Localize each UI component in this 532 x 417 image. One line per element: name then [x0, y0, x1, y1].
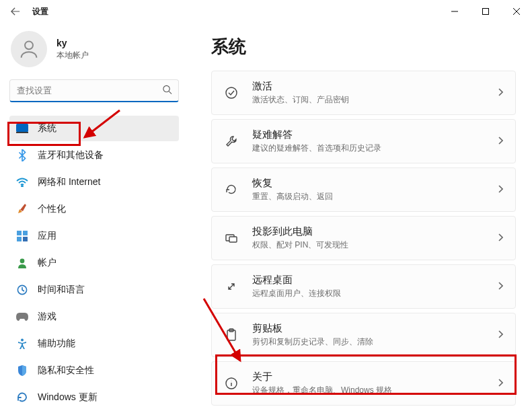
sidebar-item-apps[interactable]: 应用	[9, 223, 179, 249]
chevron-right-icon	[498, 329, 503, 341]
apps-icon	[16, 230, 28, 242]
sidebar-item-bluetooth[interactable]: 蓝牙和其他设备	[9, 143, 179, 168]
minimize-button[interactable]	[439, 0, 470, 23]
sidebar-item-label: 网络和 Internet	[38, 176, 100, 188]
sidebar-item-label: 辅助功能	[38, 338, 75, 350]
card-title: 投影到此电脑	[252, 225, 484, 238]
project-icon	[224, 231, 239, 245]
page-title: 系统	[211, 35, 517, 59]
sidebar-item-system[interactable]: 系统	[9, 116, 179, 141]
chevron-right-icon	[498, 87, 503, 99]
card-remote[interactable]: 远程桌面远程桌面用户、连接权限	[211, 264, 516, 309]
sidebar-item-update[interactable]: Windows 更新	[9, 385, 179, 410]
sidebar-item-wifi[interactable]: 网络和 Internet	[9, 169, 179, 195]
card-project[interactable]: 投影到此电脑权限、配对 PIN、可发现性	[211, 216, 516, 260]
card-title: 关于	[252, 371, 484, 383]
chevron-right-icon	[498, 184, 503, 196]
brush-icon	[16, 203, 28, 215]
nav-list: 系统蓝牙和其他设备网络和 Internet个性化应用帐户时间和语言游戏辅助功能隐…	[9, 116, 179, 410]
svg-point-1	[25, 41, 33, 49]
sidebar-item-label: 隐私和安全性	[38, 365, 94, 377]
shield-icon	[16, 365, 28, 377]
titlebar: 设置	[0, 0, 532, 23]
svg-rect-3	[16, 124, 28, 132]
card-title: 远程桌面	[252, 274, 484, 287]
person-icon	[16, 257, 28, 269]
sidebar-item-label: 时间和语言	[38, 284, 85, 296]
system-icon	[16, 122, 28, 135]
svg-rect-4	[16, 132, 28, 133]
bluetooth-icon	[16, 149, 28, 161]
card-sub: 远程桌面用户、连接权限	[252, 288, 484, 299]
svg-rect-0	[483, 9, 489, 15]
time-icon	[16, 284, 28, 296]
sidebar-item-shield[interactable]: 隐私和安全性	[9, 358, 179, 383]
chevron-right-icon	[498, 280, 503, 293]
card-title: 恢复	[252, 177, 484, 190]
update-icon	[16, 391, 28, 404]
search-input[interactable]	[9, 79, 179, 102]
sidebar-item-time[interactable]: 时间和语言	[9, 277, 179, 303]
card-title: 激活	[252, 80, 484, 93]
card-wrench[interactable]: 疑难解答建议的疑难解答、首选项和历史记录	[211, 119, 516, 163]
card-title: 剪贴板	[252, 322, 484, 335]
svg-point-2	[163, 85, 169, 91]
card-list: 激活激活状态、订阅、产品密钥疑难解答建议的疑难解答、首选项和历史记录恢复重置、高…	[211, 71, 517, 406]
sidebar-item-game[interactable]: 游戏	[9, 304, 179, 330]
svg-point-5	[22, 186, 23, 187]
remote-icon	[224, 279, 239, 294]
sidebar-item-label: 蓝牙和其他设备	[38, 149, 104, 161]
avatar	[11, 31, 47, 67]
card-sub: 建议的疑难解答、首选项和历史记录	[252, 143, 484, 154]
sidebar-item-label: 帐户	[38, 257, 56, 269]
chevron-right-icon	[498, 232, 503, 244]
sidebar-item-label: 应用	[38, 230, 56, 242]
sidebar-item-label: 系统	[38, 122, 56, 135]
sidebar-item-label: 游戏	[38, 311, 56, 323]
close-button[interactable]	[501, 0, 532, 23]
sidebar: ky 本地帐户 系统蓝牙和其他设备网络和 Internet个性化应用帐户时间和语…	[0, 23, 186, 417]
info-icon	[224, 376, 239, 391]
wifi-icon	[16, 176, 28, 188]
card-check[interactable]: 激活激活状态、订阅、产品密钥	[211, 71, 516, 115]
svg-rect-9	[23, 237, 28, 241]
check-icon	[224, 85, 239, 100]
svg-point-13	[226, 87, 237, 98]
main-panel: 系统 激活激活状态、订阅、产品密钥疑难解答建议的疑难解答、首选项和历史记录恢复重…	[186, 23, 532, 417]
recovery-icon	[224, 182, 239, 197]
app-title: 设置	[32, 6, 48, 17]
card-sub: 激活状态、订阅、产品密钥	[252, 94, 484, 106]
back-button[interactable]	[4, 0, 27, 23]
svg-rect-7	[23, 231, 28, 235]
chevron-right-icon	[498, 135, 503, 147]
card-sub: 设备规格，重命名电脑、Windows 规格	[252, 385, 484, 396]
card-sub: 剪切和复制历史记录、同步、清除	[252, 336, 484, 348]
search-icon	[162, 85, 172, 98]
card-clipboard[interactable]: 剪贴板剪切和复制历史记录、同步、清除	[211, 313, 516, 357]
svg-rect-6	[17, 231, 22, 235]
window-controls	[439, 0, 532, 23]
sidebar-item-label: 个性化	[38, 203, 66, 215]
search-wrap	[9, 79, 179, 102]
sidebar-item-label: Windows 更新	[38, 391, 98, 404]
clipboard-icon	[224, 328, 239, 342]
accessibility-icon	[16, 338, 28, 350]
svg-point-10	[20, 259, 25, 264]
user-account-row[interactable]: ky 本地帐户	[9, 27, 179, 77]
sidebar-item-accessibility[interactable]: 辅助功能	[9, 331, 179, 356]
svg-rect-15	[229, 237, 237, 242]
card-sub: 权限、配对 PIN、可发现性	[252, 239, 484, 251]
chevron-right-icon	[498, 377, 503, 389]
game-icon	[16, 311, 28, 323]
svg-rect-8	[17, 237, 22, 241]
card-sub: 重置、高级启动、返回	[252, 191, 484, 202]
sidebar-item-person[interactable]: 帐户	[9, 250, 179, 276]
card-info[interactable]: 关于设备规格，重命名电脑、Windows 规格	[211, 361, 516, 406]
user-name: ky	[56, 38, 89, 48]
maximize-button[interactable]	[470, 0, 501, 23]
svg-point-12	[21, 339, 24, 342]
card-recovery[interactable]: 恢复重置、高级启动、返回	[211, 167, 516, 212]
card-title: 疑难解答	[252, 128, 484, 141]
sidebar-item-brush[interactable]: 个性化	[9, 196, 179, 222]
wrench-icon	[224, 134, 239, 149]
